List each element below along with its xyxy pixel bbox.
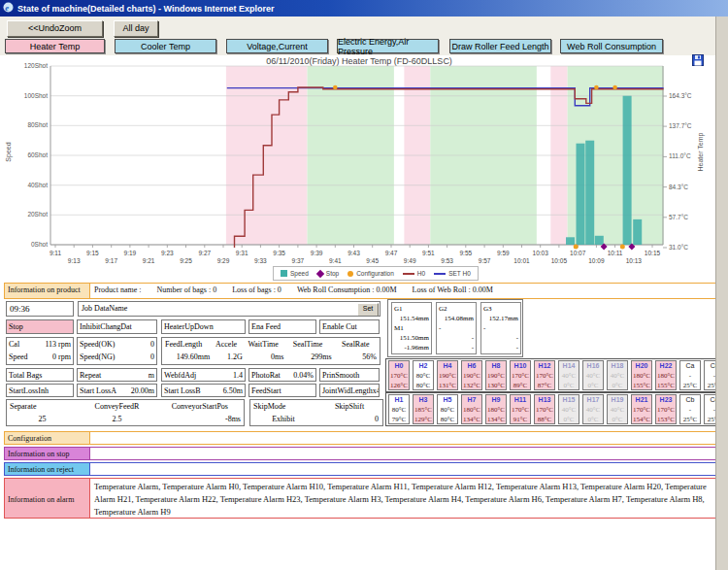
heater-cell-h7: H7180°C134°C [461,394,482,424]
heater-cell-name: H17 [583,395,603,405]
g3-dash-1: - [483,323,518,333]
tab-electric-energy-air-pressure[interactable]: Electric Energy,Air Pressure [337,39,439,53]
tab-web-roll-consumption[interactable]: Web Roll Consumption [560,39,663,53]
heater-cell-h18: H1840°C0°C [607,360,628,390]
status-field-ena-feed: Ena Feed [248,319,316,334]
heater-cell-name: H19 [608,395,627,405]
title-bar: e State of machine(Detailed charts) - Wi… [0,0,728,17]
status-field-inhibitchangdat: InhibitChangDat [77,319,157,334]
ie-icon: e [3,2,14,15]
convey-feedr-label: ConveyFeedR [78,400,156,413]
heater-cell-name: H18 [608,361,627,371]
heater-set-temp: 185°C [414,405,433,415]
svg-text:9:55: 9:55 [459,250,472,256]
heater-cell-h17: H1740°C0°C [582,394,604,424]
start-lossb-field: Start LossB6.50m [161,384,246,397]
g3-dash-2: - [483,333,518,343]
g1-value-1: 151.54mm [394,314,429,323]
heater-current-temp: 25°C [680,415,700,424]
information-on-stop-label: Information on stop [5,448,90,459]
g1-value-2: 151.50mm [394,333,429,343]
start-lossa-label: Start LossA [80,386,116,395]
tab-draw-roller-feed-length[interactable]: Draw Roller Feed Length [449,39,551,53]
heater-cell-name: H10 [511,361,530,371]
undo-zoom-button[interactable]: <<UndoZoom [7,20,103,37]
set-button[interactable]: Set [357,303,379,317]
information-on-reject-row: Information on reject [4,462,724,476]
cal-label: Cal [9,338,19,351]
information-on-alarm-label: Information on alarm [5,479,90,518]
product-info-item: Loss of Web Roll : 0.00M [413,285,493,294]
speed-label: Speed [9,351,28,363]
skipshift-value: 0 [316,413,382,425]
heater-cell-name: H1 [389,395,409,405]
svg-text:9:59: 9:59 [497,250,510,256]
job-data-name-field[interactable]: Job DataName Set [78,301,381,317]
product-info-item: Loss of bags : 0 [232,285,281,294]
conveyor-startpos-label: ConveyorStartPos [156,400,244,413]
speed-ng-label: Speed(NG) [80,351,115,363]
svg-text:111.0°C: 111.0°C [669,152,691,159]
svg-text:9:19: 9:19 [124,250,137,256]
all-day-button[interactable]: All day [114,20,158,37]
right-axis-title: Heater Temp [697,133,704,172]
heater-current-temp: 132°C [462,381,481,390]
tab-cooler-temp[interactable]: Cooler Temp [115,39,216,53]
heater-cell-name: H2 [414,361,433,371]
legend-label: Configuration [356,270,394,277]
accele-header: Accele [210,338,243,351]
window-right-border [715,17,728,570]
separate-value: 25 [7,413,78,425]
skipmode-label: SkipMode [250,400,316,413]
ie-window: e State of machine(Detailed charts) - Wi… [0,0,728,570]
legend-item-set-h0: SET H0 [434,270,471,277]
tab-heater-temp[interactable]: Heater Temp [5,39,105,53]
heater-set-temp: 170°C [511,371,530,381]
conveyor-startpos-value: -8ms [156,413,244,425]
heater-cell-name: H13 [535,395,554,405]
set-h0-marker [434,273,446,275]
window-title: State of machine(Detailed charts) - Wind… [17,4,274,14]
svg-text:9:11: 9:11 [50,250,62,256]
heater-cell-h15: H1540°C0°C [558,394,579,424]
start-lossb-value: 6.50m [223,386,243,395]
sealrate-value: 56% [332,351,380,363]
heater-cell-name: Cb [680,395,700,405]
g3-dash-3: - [483,343,518,352]
speed-ok-value: 0 [150,338,154,351]
heater-cell-h5: H580°C80°C [437,394,458,424]
svg-text:9:33: 9:33 [254,257,267,264]
legend-label: SET H0 [448,270,471,277]
heater-current-temp: 89°C [511,381,530,390]
legend-label: Speed [290,270,309,277]
heater-current-temp: 130°C [486,381,506,390]
cal-speed-box: Cal113 rpm Speed0 rpm [6,337,74,365]
svg-text:31.0°C: 31.0°C [669,244,688,251]
time-field[interactable]: 09:36 [6,301,74,317]
heater-current-temp: 153°C [656,415,676,424]
tab-voltage-current[interactable]: Voltage,Current [226,39,328,53]
svg-text:9:53: 9:53 [441,257,453,264]
heater-set-temp: 170°C [632,405,651,415]
status-field-heaterupdown: HeaterUpDown [161,319,246,334]
information-on-alarm-content: Temperature Alarm, Temperature Alarm H0,… [90,479,723,518]
right-axis-ticks: 164.3°C137.7°C111.0°C84.3°C57.7°C31.0°C [663,92,692,251]
heater-current-temp: 80°C [414,381,433,390]
g2-dash-2: - [439,333,474,343]
repeat-value: m [149,371,154,380]
svg-text:40Shot: 40Shot [27,182,48,188]
feed-parameters-box: FeedLength Accele WaitTime SealTime Seal… [161,337,381,365]
heater-cell-name: H6 [462,361,481,371]
heater-set-temp: 170°C [511,405,530,415]
heater-set-temp: 40°C [608,405,627,415]
information-on-stop-content [90,448,723,459]
g1-m1-label: M1 [394,323,429,333]
svg-text:9:57: 9:57 [479,257,491,264]
legend-label: Stop [326,270,339,277]
g1-panel: G1 151.54mm M1 151.50mm -1.96mm [391,302,432,354]
svg-text:20Shot: 20Shot [27,211,48,218]
heater-cell-name: H22 [656,361,676,371]
startlossinh-label: StartLossInh [9,386,49,395]
heater-set-temp: 190°C [438,371,457,381]
svg-text:100Shot: 100Shot [24,92,48,99]
